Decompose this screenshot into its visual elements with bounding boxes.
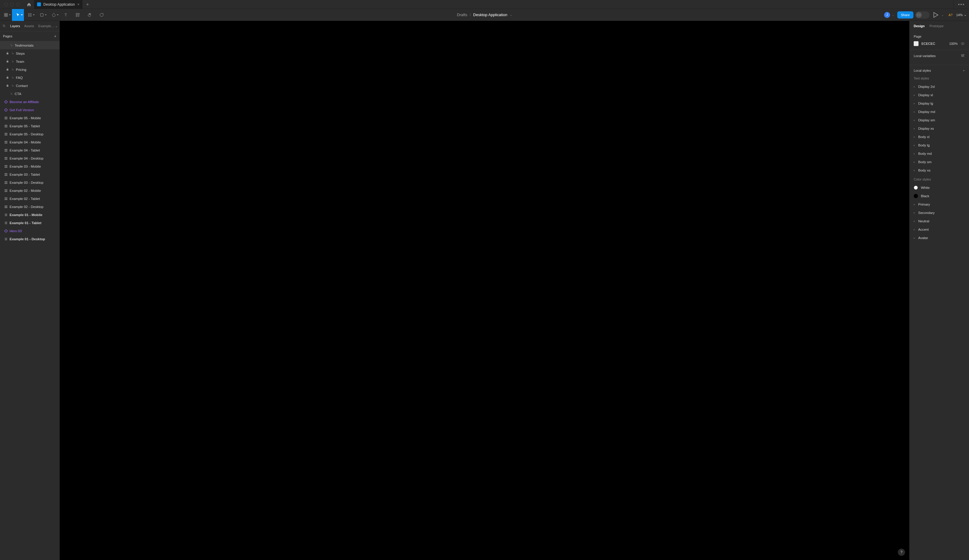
text-style-row[interactable]: ▸Display lg [909,99,969,108]
layer-row[interactable]: Example 02 - Desktop [0,203,60,211]
page-selector[interactable]: Example… ⌄ [38,24,58,28]
text-tool[interactable] [60,9,72,21]
chevron-right-icon: ▸ [914,169,915,172]
share-button[interactable]: Share [897,12,913,18]
chevron-right-icon: ▸ [914,135,915,138]
design-tab[interactable]: Design [914,24,925,28]
breadcrumb-current[interactable]: Desktop Application [473,13,507,17]
text-style-row[interactable]: ▸Body xs [909,166,969,174]
search-icon[interactable] [2,24,6,28]
layer-row[interactable]: ↳Contact [0,81,60,90]
text-style-row[interactable]: ▸Body md [909,150,969,158]
layer-row[interactable]: ↳FAQ [0,73,60,81]
dev-mode-toggle[interactable] [915,12,929,18]
layer-row[interactable]: ↳Pricing [0,65,60,73]
layer-row[interactable]: Example 01 - Tablet [0,219,60,227]
layer-row[interactable]: Example 05 - Mobile [0,114,60,122]
color-style-row[interactable]: ▸Neutral [909,217,969,225]
layer-row[interactable]: Become an Affiliate [0,98,60,106]
layer-row[interactable]: Example 03 - Tablet [0,170,60,178]
breadcrumb-parent[interactable]: Drafts [457,13,468,17]
file-tab[interactable]: Desktop Application × [34,0,83,9]
pages-header[interactable]: Pages + [0,31,60,41]
text-style-row[interactable]: ▸Display sm [909,116,969,124]
text-style-row[interactable]: ▸Body lg [909,141,969,150]
prototype-tab[interactable]: Prototype [929,24,944,28]
chevron-right-icon: ▸ [914,119,915,121]
color-style-row[interactable]: White [909,183,969,192]
page-section-title: Page [914,35,965,38]
color-style-name: Accent [918,228,929,231]
breadcrumb[interactable]: Drafts / Desktop Application ⌄ [457,13,512,17]
page-background-swatch[interactable] [914,41,919,46]
text-style-name: Body md [918,152,932,155]
local-styles-section: Local styles + [909,65,969,76]
layer-name: Example 03 - Mobile [10,165,41,168]
layer-row[interactable]: Example 03 - Mobile [0,162,60,170]
layer-row[interactable]: ↳CTA [0,90,60,98]
layer-row[interactable]: ↳Team [0,57,60,65]
layer-row[interactable]: Example 02 - Mobile [0,186,60,194]
window-menu[interactable]: ••• [954,0,969,9]
text-style-row[interactable]: ▸Body sm [909,158,969,166]
text-style-row[interactable]: ▸Display 2xl [909,83,969,91]
color-style-row[interactable]: Black [909,192,969,200]
home-button[interactable] [24,0,34,9]
layer-row[interactable]: Example 03 - Desktop [0,178,60,186]
pen-tool[interactable] [48,9,60,21]
color-style-row[interactable]: ▸Primary [909,200,969,209]
present-button[interactable] [931,11,940,19]
text-style-row[interactable]: ▸Display xl [909,91,969,99]
window-controls[interactable] [0,3,24,6]
layer-row[interactable]: Example 01 - Mobile [0,211,60,219]
chevron-right-icon: ▸ [914,102,915,105]
comment-tool[interactable] [96,9,108,21]
frame-icon [4,189,8,193]
chevron-right-icon: ▸ [914,85,915,88]
layers-tab[interactable]: Layers [10,24,20,28]
file-icon [37,2,41,6]
color-style-row[interactable]: ▸Accent [909,225,969,234]
new-tab-button[interactable]: + [83,2,93,7]
resources-tool[interactable] [72,9,84,21]
variables-settings-icon[interactable] [961,53,965,58]
page-background-hex[interactable]: ECECEC [921,42,935,45]
chevron-down-icon[interactable]: ⌄ [941,13,944,17]
page-background-opacity[interactable]: 100% [949,42,957,45]
chevron-down-icon[interactable]: ⌄ [892,13,894,17]
visibility-icon[interactable] [961,42,965,46]
layer-row[interactable]: Get Full Version [0,106,60,114]
text-style-row[interactable]: ▸Display xs [909,124,969,133]
layer-row[interactable]: Example 01 - Desktop [0,235,60,243]
layer-row[interactable]: ↳Steps [0,49,60,57]
svg-point-87 [963,55,964,55]
main-menu-button[interactable] [0,9,12,21]
color-style-row[interactable]: ▸Avatar [909,234,969,242]
layer-row[interactable]: Hero 03 [0,227,60,235]
chevron-down-icon[interactable]: ⌄ [509,13,512,17]
layer-row[interactable]: Example 04 - Desktop [0,154,60,162]
add-page-button[interactable]: + [54,34,57,38]
shape-tool[interactable] [36,9,48,21]
zoom-control[interactable]: 14% ⌄ [956,13,967,17]
text-style-row[interactable]: ▸Display md [909,108,969,116]
layer-name: Example 04 - Mobile [10,140,41,144]
move-tool[interactable] [12,9,24,21]
help-button[interactable]: ? [898,548,905,556]
layer-row[interactable]: ↳Testimonials [0,41,60,49]
hand-tool[interactable] [84,9,96,21]
missing-fonts-badge[interactable]: A? [949,13,952,17]
color-style-row[interactable]: ▸Secondary [909,209,969,217]
layer-row[interactable]: Example 04 - Mobile [0,138,60,146]
frame-tool[interactable] [24,9,36,21]
layer-row[interactable]: Example 05 - Tablet [0,122,60,130]
add-style-button[interactable]: + [963,69,965,72]
text-style-row[interactable]: ▸Body xl [909,133,969,141]
close-tab-button[interactable]: × [77,2,80,7]
canvas[interactable]: ? [60,21,909,560]
layer-row[interactable]: Example 02 - Tablet [0,194,60,203]
assets-tab[interactable]: Assets [24,24,34,28]
layer-row[interactable]: Example 05 - Desktop [0,130,60,138]
avatar[interactable]: J [884,12,890,18]
layer-row[interactable]: Example 04 - Tablet [0,146,60,154]
